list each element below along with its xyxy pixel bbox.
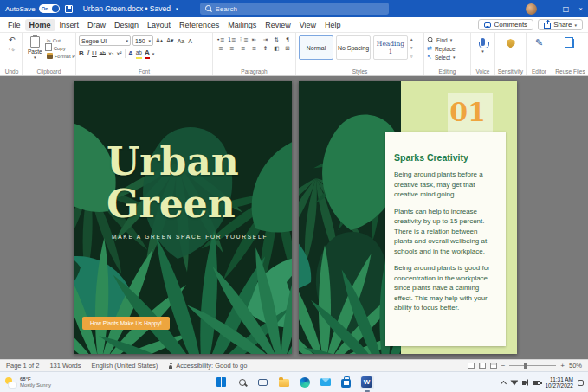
underline-button[interactable]: U — [92, 49, 97, 58]
line-spacing-button[interactable]: ↕ — [260, 45, 270, 53]
minimize-button[interactable]: – — [544, 0, 559, 17]
show-marks-button[interactable]: ¶ — [282, 36, 293, 44]
tab-design[interactable]: Design — [110, 19, 143, 31]
wifi-icon[interactable] — [510, 380, 518, 386]
card-paragraph-3[interactable]: Being around plants is good for concentr… — [394, 263, 497, 313]
copy-button[interactable]: Copy — [47, 45, 76, 51]
font-size-select[interactable]: 150 ▾ — [132, 35, 153, 46]
redo-icon[interactable]: ↷ — [9, 46, 16, 55]
font-color-caret-icon[interactable]: ▾ — [152, 51, 155, 56]
poster-button[interactable]: How Plants Make Us Happy! — [82, 317, 170, 330]
style-normal[interactable]: Normal — [299, 35, 333, 60]
format-painter-button[interactable]: Format Painter — [47, 53, 76, 59]
numbering-button[interactable]: 1≡ — [227, 36, 237, 44]
zoom-slider[interactable] — [509, 365, 556, 366]
align-center-button[interactable]: ≡ — [227, 45, 237, 53]
edge-button[interactable] — [298, 376, 312, 389]
search-input[interactable] — [216, 5, 384, 13]
dictate-caret-icon[interactable]: ▾ — [481, 48, 484, 54]
accessibility-status[interactable]: Accessibility: Good to go — [168, 362, 247, 370]
taskbar-search-button[interactable] — [236, 376, 249, 389]
save-icon[interactable] — [65, 5, 73, 13]
undo-icon[interactable]: ↶ — [9, 35, 16, 44]
tab-mailings[interactable]: Mailings — [223, 19, 261, 31]
avatar[interactable] — [526, 3, 537, 15]
hidden-icons-chevron[interactable] — [501, 380, 507, 386]
sort-button[interactable]: ⇅ — [271, 36, 281, 44]
file-explorer-button[interactable] — [277, 376, 291, 389]
share-button[interactable]: Share ▾ — [538, 19, 583, 30]
editor-icon[interactable]: ✎ — [535, 38, 543, 48]
card-heading[interactable]: Sparks Creativity — [394, 152, 497, 163]
page-2[interactable]: 01 Sparks Creativity Being around plants… — [299, 81, 517, 354]
justify-button[interactable]: ≡ — [249, 45, 260, 53]
zoom-level[interactable]: 50% — [569, 362, 582, 370]
tab-references[interactable]: References — [175, 19, 223, 31]
dictate-icon[interactable] — [481, 38, 485, 46]
strikethrough-button[interactable]: ab — [100, 49, 106, 58]
text-effects-button[interactable]: A — [128, 49, 133, 58]
tab-help[interactable]: Help — [320, 19, 346, 31]
poster-title[interactable]: Urban Green — [107, 140, 239, 225]
align-right-button[interactable]: ≡ — [238, 45, 249, 53]
task-view-button[interactable] — [256, 376, 270, 389]
paste-button[interactable]: Paste ▾ — [25, 35, 45, 61]
borders-button[interactable]: ⊞ — [282, 45, 293, 53]
language-indicator[interactable]: English (United States) — [92, 362, 158, 370]
increase-indent-button[interactable]: ⇥ — [260, 36, 270, 44]
decrease-indent-button[interactable]: ⇤ — [249, 36, 260, 44]
italic-button[interactable]: I — [87, 49, 89, 58]
search-bar[interactable] — [200, 3, 389, 15]
maximize-button[interactable]: □ — [559, 0, 573, 17]
find-button[interactable]: Find ▾ — [427, 36, 468, 43]
tab-insert[interactable]: Insert — [55, 19, 84, 31]
card-paragraph-2[interactable]: Plants can help to increase creativity b… — [394, 207, 497, 257]
clock[interactable]: 11:31 AM 10/27/2022 — [545, 376, 573, 389]
clear-formatting-button[interactable]: A — [187, 38, 193, 44]
cut-button[interactable]: ✂ Cut — [47, 37, 76, 43]
tab-view[interactable]: View — [295, 19, 320, 31]
shrink-font-button[interactable]: A▾ — [165, 37, 174, 44]
weather-widget[interactable]: 68°F Mostly Sunny — [5, 372, 51, 392]
multilevel-list-button[interactable]: ⋮≡ — [238, 36, 249, 44]
poster-title-line2[interactable]: Green — [107, 183, 239, 225]
store-button[interactable] — [339, 376, 353, 389]
page-indicator[interactable]: Page 1 of 2 — [6, 362, 39, 370]
styles-scroll-up-icon[interactable]: ▴ — [410, 36, 413, 42]
battery-icon[interactable] — [533, 381, 540, 385]
text-card[interactable]: Sparks Creativity Being around plants be… — [385, 132, 506, 346]
poster-title-line1[interactable]: Urban — [107, 140, 239, 183]
grow-font-button[interactable]: A▴ — [155, 37, 164, 44]
read-mode-button[interactable] — [468, 363, 475, 369]
styles-scroll-down-icon[interactable]: ▾ — [410, 45, 413, 50]
change-case-button[interactable]: Aa — [177, 38, 186, 44]
select-button[interactable]: ↖ Select ▾ — [427, 54, 468, 61]
word-count[interactable]: 131 Words — [49, 362, 81, 370]
shading-button[interactable]: ◧ — [271, 45, 281, 53]
tab-file[interactable]: File — [3, 19, 25, 31]
zoom-in-button[interactable]: + — [560, 362, 565, 370]
tab-layout[interactable]: Layout — [143, 19, 175, 31]
start-button[interactable] — [215, 376, 229, 389]
styles-more-icon[interactable]: ▿ — [410, 54, 413, 59]
word-taskbar-button[interactable]: W — [360, 376, 374, 389]
bold-button[interactable]: B — [79, 49, 84, 58]
tab-draw[interactable]: Draw — [83, 19, 110, 31]
style-no-spacing[interactable]: No Spacing — [336, 35, 371, 60]
align-left-button[interactable]: ≡ — [216, 45, 226, 53]
web-layout-button[interactable] — [490, 363, 497, 369]
reuse-files-icon[interactable] — [567, 39, 574, 48]
highlight-button[interactable]: ab — [136, 48, 142, 59]
superscript-button[interactable]: x² — [116, 49, 121, 58]
comments-button[interactable]: Comments — [478, 19, 533, 30]
autosave-toggle[interactable]: On — [39, 4, 60, 13]
replace-button[interactable]: ⇄ Replace — [427, 45, 468, 52]
notification-icon[interactable] — [578, 380, 584, 386]
font-color-button[interactable]: A — [145, 48, 150, 59]
section-number[interactable]: 01 — [449, 97, 486, 127]
tab-home[interactable]: Home — [25, 19, 55, 31]
style-heading1[interactable]: Heading 1 — [373, 35, 408, 60]
tab-review[interactable]: Review — [261, 19, 295, 31]
zoom-out-button[interactable]: − — [501, 362, 506, 370]
page-1[interactable]: Urban Green MAKE A GREEN SPACE FOR YOURS… — [74, 81, 292, 354]
